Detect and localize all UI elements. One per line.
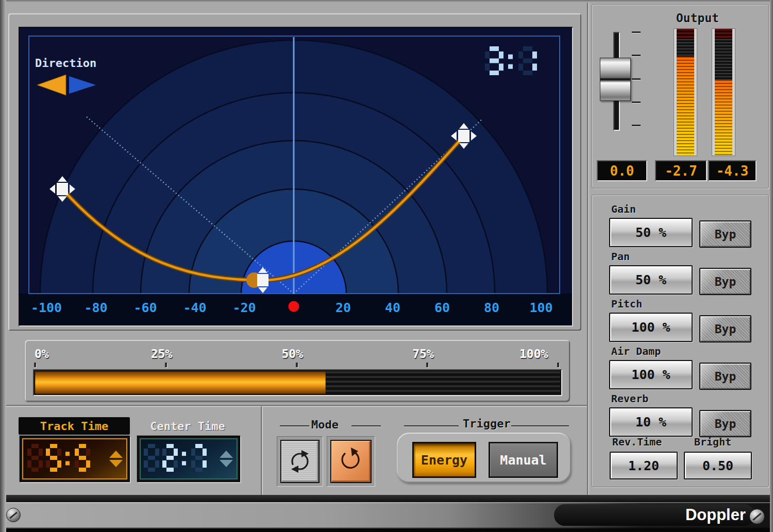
pitch-label: Pitch [611, 298, 642, 310]
output-meter-left [674, 29, 697, 156]
pitch-bypass-button[interactable]: Byp [699, 315, 751, 342]
trigger-manual-button[interactable]: Manual [489, 442, 558, 478]
travel-progress-bar [33, 369, 562, 396]
spin-down-icon[interactable] [220, 460, 233, 467]
output-readout: -2.7 [655, 160, 707, 181]
mode-cycle-button[interactable] [280, 440, 320, 483]
gain-value-button[interactable]: 50 % [609, 218, 693, 247]
axis-label: -80 [84, 300, 107, 315]
reverb-label: Reverb [611, 392, 648, 405]
divider [261, 406, 263, 495]
percent-tick [426, 363, 428, 367]
rev-time-value-button[interactable]: 1.20 [610, 452, 678, 479]
percent-tick [557, 363, 559, 367]
mode-oneshot-plate [327, 436, 375, 487]
bright-value-button[interactable]: 0.50 [684, 452, 752, 479]
axis-label: 60 [434, 300, 450, 315]
percent-label: 50% [282, 347, 304, 361]
axis-label: 100 [529, 300, 552, 315]
percent-tick [296, 363, 298, 367]
track-time-spinner[interactable] [109, 450, 123, 468]
mode-oneshot-button[interactable] [330, 440, 372, 483]
progress-fill [35, 371, 326, 394]
percent-label: 100% [519, 347, 548, 361]
center-time-label: Center Time [137, 418, 238, 434]
percent-label: 25% [151, 347, 173, 361]
trigger-energy-button[interactable]: Energy [412, 442, 476, 478]
bottom-shadow [0, 495, 773, 502]
fader-tick [632, 78, 641, 80]
axis-label: -20 [232, 300, 256, 315]
gain-label: Gain [611, 203, 636, 215]
pan-value-button[interactable]: 50 % [609, 265, 693, 295]
reverb-bypass-button[interactable]: Byp [699, 410, 751, 437]
screw-icon [749, 509, 765, 524]
trigger-header-line [511, 425, 569, 427]
trigger-header-line [404, 425, 459, 427]
pan-bypass-button[interactable]: Byp [699, 268, 751, 295]
air-damp-bypass-button[interactable]: Byp [699, 363, 751, 390]
spin-down-icon[interactable] [109, 460, 123, 467]
mode-header-line [351, 425, 381, 427]
output-readout: 0.0 [597, 160, 647, 181]
meter-body [715, 39, 732, 156]
axis-label: 40 [385, 300, 400, 315]
reverb-value-button[interactable]: 10 % [609, 407, 693, 437]
percent-tick [34, 363, 36, 367]
window-edge [770, 0, 773, 532]
cycle-loop-icon [288, 447, 312, 476]
fader-tick [632, 101, 641, 103]
meter-level [715, 80, 732, 156]
window-edge [0, 0, 773, 3]
gain-bypass-button[interactable]: Byp [699, 220, 751, 248]
fader-tick [632, 31, 641, 33]
air-damp-value-button[interactable]: 100 % [609, 360, 693, 389]
air-damp-label: Air Damp [611, 345, 661, 357]
percent-label: 75% [412, 347, 434, 361]
fader-tick [632, 125, 641, 126]
trajectory-display[interactable]: -100-80-60-40-2020406080100Direction [20, 28, 572, 325]
output-fader-thumb[interactable] [600, 58, 631, 101]
track-time-digits [23, 439, 106, 477]
center-time-digits [141, 439, 218, 477]
one-shot-loop-icon [339, 447, 363, 476]
fader-tick [632, 55, 641, 56]
output-meter-right [712, 29, 735, 156]
spin-up-icon[interactable] [109, 451, 123, 458]
percent-label: 0% [35, 347, 49, 361]
direction-label: Direction [35, 57, 96, 70]
mode-section-label: Mode [311, 418, 339, 431]
axis-label: 80 [484, 300, 499, 315]
meter-body [677, 39, 694, 156]
main-display: -100-80-60-40-2020406080100Direction [19, 27, 573, 327]
trigger-section-label: Trigger [463, 417, 511, 430]
center-time-lcd[interactable] [140, 438, 238, 479]
output-label: Output [676, 11, 719, 25]
axis-label: -100 [31, 300, 62, 315]
divider [0, 405, 588, 407]
divider [587, 0, 589, 495]
track-time-display[interactable] [20, 436, 130, 482]
rev-time-label: Rev.Time [612, 436, 662, 448]
bottom-edge [0, 528, 773, 532]
center-time-spinner[interactable] [220, 450, 233, 468]
bright-label: Bright [694, 436, 731, 448]
meter-level [677, 57, 694, 156]
travel-progress-panel: 0%25%50%75%100% [25, 340, 570, 402]
track-time-label: Track Time [19, 417, 130, 435]
screw-icon [6, 508, 21, 522]
plugin-title: Doppler [554, 504, 755, 526]
axis-label: -40 [183, 300, 206, 315]
output-readout: -4.3 [708, 160, 757, 181]
mode-cycle-plate [277, 436, 323, 487]
window-edge [0, 0, 6, 532]
percent-tick [165, 363, 167, 367]
doppler-plugin-window: -100-80-60-40-2020406080100Direction 0%2… [0, 0, 773, 532]
meter-peak-zone [715, 29, 732, 39]
spin-up-icon[interactable] [220, 451, 233, 458]
mode-header-line [280, 425, 309, 427]
meter-peak-zone [677, 29, 694, 39]
center-time-display[interactable] [137, 436, 240, 482]
pitch-value-button[interactable]: 100 % [609, 313, 693, 342]
track-time-lcd[interactable] [22, 438, 127, 479]
